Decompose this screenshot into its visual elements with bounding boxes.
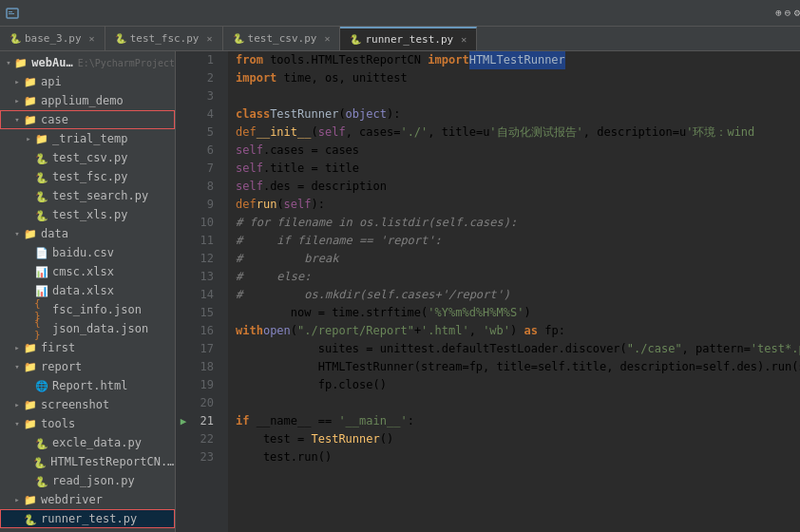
py-icon: 🐍: [34, 169, 49, 184]
tree-label: cmsc.xlsx: [52, 265, 114, 278]
tree-item-data[interactable]: ▾📁data: [0, 224, 175, 243]
tree-item-Report_html[interactable]: 🌐Report.html: [0, 376, 175, 395]
tree-label: fsc_info.json: [52, 303, 142, 316]
tree-item-cmsc_xlsx[interactable]: 📊cmsc.xlsx: [0, 262, 175, 281]
tree-item-test_fsc_py[interactable]: 🐍test_fsc.py: [0, 167, 175, 186]
tab-close-test_csv[interactable]: ✕: [324, 33, 330, 44]
line-num-row-19: 19: [176, 376, 228, 394]
line-number-19: 19: [191, 376, 218, 394]
tree-item-case[interactable]: ▾📁case: [0, 110, 175, 129]
svg-text:🐍: 🐍: [35, 209, 48, 221]
tree-item-data_xlsx[interactable]: 📊data.xlsx: [0, 281, 175, 300]
line-number-23: 23: [191, 448, 218, 466]
minus-icon[interactable]: ⊖: [785, 7, 791, 19]
gutter-cell-22: [176, 430, 191, 448]
tree-item-applium_demo[interactable]: ▸📁applium_demo: [0, 91, 175, 110]
tree-label: json_data.json: [52, 322, 148, 335]
tab-test_csv[interactable]: 🐍test_csv.py✕: [223, 27, 341, 50]
folder-icon: 📁: [23, 93, 38, 108]
tab-runner_test[interactable]: 🐍runner_test.py✕: [340, 27, 477, 50]
tree-root[interactable]: ▾📁webAutoE:\PycharmProject: [0, 53, 175, 72]
tree-item-json_data_json[interactable]: { }json_data.json: [0, 319, 175, 338]
tree-item-excle_data_py[interactable]: 🐍excle_data.py: [0, 433, 175, 452]
tree-label: api: [41, 75, 62, 88]
tab-test_fsc[interactable]: 🐍test_fsc.py✕: [105, 27, 223, 50]
tree-item-_trial_temp[interactable]: ▸📁_trial_temp: [0, 129, 175, 148]
tree-item-read_json_py[interactable]: 🐍read_json.py: [0, 471, 175, 490]
tree-item-screenshot[interactable]: ▸📁screenshot: [0, 395, 175, 414]
line-number-4: 4: [191, 105, 218, 124]
line-number-11: 11: [191, 232, 218, 250]
line-num-row-3: 3: [176, 87, 228, 105]
tree-label: test_xls.py: [52, 208, 127, 221]
tree-label: data: [41, 227, 68, 240]
line-number-20: 20: [191, 394, 218, 412]
tree-item-HTMLTestReportCN_py[interactable]: 🐍HTMLTestReportCN.py: [0, 452, 175, 471]
line-num-row-12: 12: [176, 250, 228, 268]
svg-rect-2: [9, 13, 14, 14]
tree-item-tools[interactable]: ▾📁tools: [0, 414, 175, 433]
tree-arrow: ▸: [11, 400, 23, 409]
line-number-14: 14: [191, 286, 218, 304]
tree-arrow: ▾: [11, 229, 23, 238]
tree-arrow: ▸: [11, 77, 23, 86]
py-icon: 🐍: [23, 511, 38, 526]
tree-label: report: [41, 360, 82, 373]
gutter-cell-11: [176, 232, 191, 250]
tree-arrow: ▸: [23, 134, 34, 143]
code-line-2: import time, os, unittest: [236, 69, 792, 87]
gutter-cell-13: [176, 268, 191, 286]
tree-arrow: ▸: [11, 343, 23, 352]
code-line-11: # if filename == 'report':: [236, 232, 792, 250]
top-bar-icons: ⊕ ⊖ ⚙: [775, 7, 800, 19]
code-line-1: from tools.HTMLTestReportCN import HTMLT…: [236, 51, 792, 69]
gutter-cell-9: [176, 196, 191, 214]
line-number-9: 9: [191, 196, 218, 214]
gutter-cell-8: [176, 178, 191, 196]
gutter-cell-1: [176, 51, 191, 69]
tree-item-test_csv_py[interactable]: 🐍test_csv.py: [0, 148, 175, 167]
code-line-14: # os.mkdir(self.cases+'/report'): [236, 286, 792, 304]
gutter-cell-4: [176, 105, 191, 124]
line-number-3: 3: [191, 87, 218, 105]
editor-content: 1234567891011121314151617181920▶212223 f…: [176, 51, 800, 532]
line-num-row-8: 8: [176, 178, 228, 196]
code-line-9: def run(self):: [236, 196, 792, 214]
xlsx-icon: 📊: [34, 283, 49, 298]
tree-item-webdriver[interactable]: ▸📁webdriver: [0, 490, 175, 509]
tree-item-first[interactable]: ▸📁first: [0, 338, 175, 357]
tab-base_3[interactable]: 🐍base_3.py✕: [0, 27, 105, 50]
tree-item-test_xls_py[interactable]: 🐍test_xls.py: [0, 205, 175, 224]
csv-icon: 📄: [34, 245, 49, 260]
tab-close-test_fsc[interactable]: ✕: [207, 33, 213, 44]
tree-item-report[interactable]: ▾📁report: [0, 357, 175, 376]
tree-item-baidu_csv[interactable]: 📄baidu.csv: [0, 243, 175, 262]
code-line-22: test = TestRunner(): [236, 430, 792, 448]
tree-label: webdriver: [41, 493, 103, 506]
gutter-cell-7: [176, 160, 191, 178]
tree-label: applium_demo: [41, 94, 124, 107]
code-area[interactable]: from tools.HTMLTestReportCN import HTMLT…: [228, 51, 800, 532]
add-icon[interactable]: ⊕: [775, 7, 782, 19]
code-line-4: class TestRunner(object):: [236, 105, 792, 124]
sidebar: ▾📁webAutoE:\PycharmProject▸📁api▸📁applium…: [0, 51, 176, 532]
tab-py-icon: 🐍: [115, 33, 126, 44]
tree-item-api[interactable]: ▸📁api: [0, 72, 175, 91]
settings-icon[interactable]: ⚙: [793, 7, 800, 19]
tree-label: case: [41, 113, 68, 126]
tree-label: screenshot: [41, 398, 109, 411]
tree-label: excle_data.py: [52, 436, 142, 449]
gutter-cell-17: [176, 340, 191, 358]
tab-py-icon: 🐍: [350, 34, 361, 45]
tree-item-fsc_info_json[interactable]: { }fsc_info.json: [0, 300, 175, 319]
code-line-23: test.run(): [236, 448, 792, 466]
py-icon: 🐍: [34, 435, 49, 450]
tab-close-runner_test[interactable]: ✕: [461, 34, 467, 45]
line-num-row-17: 17: [176, 340, 228, 358]
folder-icon: 📁: [34, 131, 49, 146]
code-line-17: suites = unittest.defaultTestLoader.disc…: [236, 340, 792, 358]
tree-arrow: ▾: [11, 419, 23, 428]
tree-item-runner_test_py[interactable]: 🐍runner_test.py: [0, 509, 175, 528]
tree-item-test_search_py[interactable]: 🐍test_search.py: [0, 186, 175, 205]
tab-close-base_3[interactable]: ✕: [89, 33, 95, 44]
